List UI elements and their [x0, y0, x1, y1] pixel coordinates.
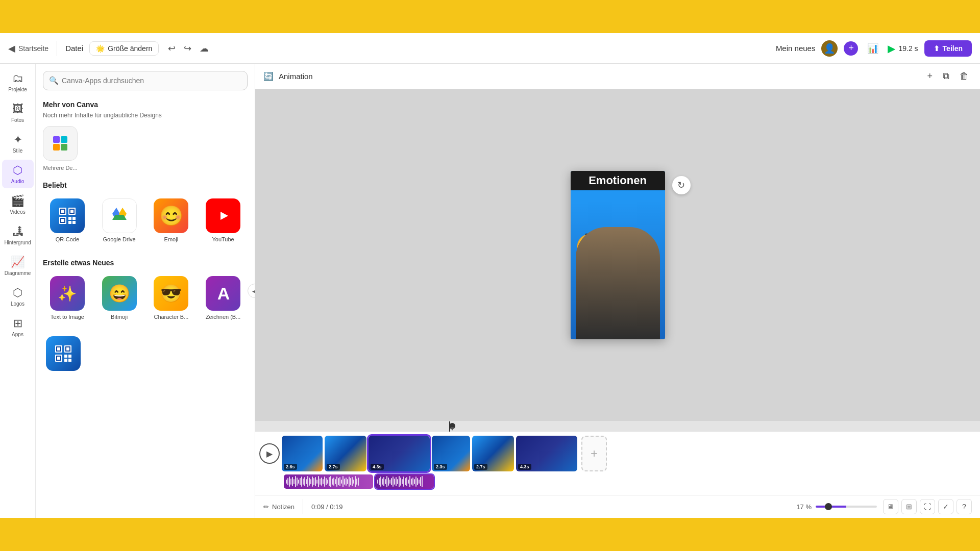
canvas-copy-button[interactable]: ⧉	[940, 68, 952, 85]
app-item-bitmoji[interactable]: 😄 Bitmoji	[95, 272, 144, 324]
svg-rect-30	[57, 347, 60, 350]
clip-6-duration: 4.3s	[518, 464, 531, 470]
qr-bottom-icon	[46, 336, 81, 371]
refresh-button[interactable]: ↻	[672, 176, 691, 194]
groesse-button[interactable]: 🌟 Größe ändern	[89, 41, 159, 56]
app-item-qr-bottom[interactable]	[43, 332, 84, 375]
app-item-zeichnen-b[interactable]: A Zeichnen (B...	[199, 272, 248, 324]
sidebar-item-diagramme[interactable]: 📈 Diagramme	[2, 252, 34, 280]
app-item-character-b[interactable]: 😎 Character B...	[147, 272, 196, 324]
clip-4[interactable]: 2.3s	[432, 436, 470, 471]
timeline-row: ▶ 2.6s 2.7s 4.3s 2.3s 2.7s	[255, 436, 980, 471]
notes-button[interactable]: ✏ Notizen	[263, 503, 295, 511]
app-item-qr-code[interactable]: QR-Code	[43, 194, 92, 246]
grid-view-button[interactable]: ⊞	[901, 499, 917, 514]
sidebar-label-logos: Logos	[11, 301, 24, 307]
zoom-slider[interactable]	[816, 506, 877, 508]
zeichnen-b-icon: A	[206, 276, 240, 311]
sidebar-item-projekte[interactable]: 🗂 Projekte	[2, 68, 34, 96]
clip-3[interactable]: 4.3s	[369, 436, 430, 471]
zoom-percent: 17 %	[796, 503, 812, 511]
sidebar-item-apps[interactable]: ⊞ Apps	[2, 313, 34, 341]
create-new-grid: ✨ Text to Image 😄 Bitmoji 😎 Character B.…	[36, 270, 255, 330]
time-total: 0:19	[330, 503, 342, 511]
redo-button[interactable]: ↪	[181, 40, 194, 57]
app-item-emoji[interactable]: 😊 Emoji	[147, 194, 196, 246]
video-preview[interactable]: Emotionen 🤔	[571, 171, 665, 339]
qr-bottom-section	[36, 330, 255, 381]
notes-icon: ✏	[263, 503, 269, 511]
fotos-icon: 🖼	[12, 103, 23, 116]
gdrive-label: Google Drive	[103, 236, 136, 242]
cloud-save-button[interactable]: ☁	[197, 40, 212, 57]
clip-1[interactable]: 2.6s	[282, 436, 323, 471]
svg-rect-15	[70, 210, 74, 213]
svg-rect-12	[68, 221, 71, 224]
projekte-icon: 🗂	[12, 72, 23, 85]
sidebar-label-audio: Audio	[11, 179, 24, 184]
timeline-section: ▶ 2.6s 2.7s 4.3s 2.3s 2.7s	[255, 431, 980, 495]
back-button[interactable]: ◀ Startseite	[8, 43, 48, 54]
clip-6[interactable]: 4.3s	[516, 436, 577, 471]
yellow-top-bar	[0, 0, 980, 33]
canvas-header: 🔄 Animation + ⧉ 🗑	[255, 64, 980, 89]
yellow-bottom-bar	[0, 518, 980, 551]
add-clip-button[interactable]: +	[581, 436, 607, 471]
sidebar-item-videos[interactable]: 🎬 Videos	[2, 190, 34, 219]
undo-button[interactable]: ↩	[165, 40, 179, 57]
svg-rect-32	[57, 357, 60, 360]
add-collaborator-button[interactable]: +	[844, 41, 858, 56]
svg-rect-26	[64, 355, 67, 358]
project-name: Mein neues	[776, 44, 816, 53]
svg-rect-16	[61, 219, 64, 222]
share-icon: ⬆	[934, 44, 940, 53]
app-item-google-drive[interactable]: Google Drive	[95, 194, 144, 246]
sidebar-item-audio[interactable]: ⬡ Audio	[2, 160, 34, 188]
text-to-image-icon: ✨	[50, 276, 85, 311]
mehr-icon[interactable]	[43, 126, 78, 161]
canvas-add-button[interactable]: +	[924, 68, 936, 85]
play-time-display: ▶ 19.2 s	[888, 42, 918, 55]
time-display: 0:09 / 0:19	[311, 503, 790, 511]
toolbar-divider-1	[57, 41, 57, 56]
undo-redo-group: ↩ ↪ ☁	[165, 40, 212, 57]
app-item-youtube[interactable]: YouTube	[199, 194, 248, 246]
zeichnen-b-label: Zeichnen (B...	[206, 314, 240, 320]
check-button[interactable]: ✓	[938, 499, 953, 514]
popular-grid: QR-Code Google Drive	[36, 192, 255, 253]
audio-track-2[interactable]	[375, 474, 434, 489]
canvas-area: 🔄 Animation + ⧉ 🗑 Emotionen	[255, 64, 980, 518]
desktop-view-button[interactable]: 🖥	[883, 499, 898, 514]
clip-2[interactable]: 2.7s	[325, 436, 366, 471]
time-current: 0:09	[311, 503, 324, 511]
clip-5[interactable]: 2.7s	[472, 436, 514, 471]
analytics-button[interactable]: 📊	[864, 40, 881, 57]
svg-rect-29	[68, 359, 71, 362]
svg-rect-27	[68, 355, 71, 358]
audio-track-1[interactable]	[284, 474, 373, 489]
help-button[interactable]: ?	[957, 499, 972, 514]
sidebar-item-logos[interactable]: ⬡ Logos	[2, 282, 34, 311]
emoji-label: Emoji	[164, 236, 179, 242]
character-b-icon: 😎	[154, 276, 188, 311]
bitmoji-label: Bitmoji	[111, 314, 128, 320]
sidebar-label-diagramme: Diagramme	[5, 270, 31, 276]
popular-title: Beliebt	[36, 175, 255, 192]
app-item-text-to-image[interactable]: ✨ Text to Image	[43, 272, 92, 324]
canvas-delete-button[interactable]: 🗑	[957, 68, 972, 85]
svg-rect-31	[66, 347, 69, 350]
datei-label[interactable]: Datei	[65, 44, 83, 53]
youtube-icon	[206, 198, 240, 233]
share-button[interactable]: ⬆ Teilen	[924, 40, 972, 57]
video-preview-container: Emotionen 🤔 ↻	[571, 171, 665, 339]
sidebar-label-projekte: Projekte	[8, 87, 27, 92]
timeline-play-button[interactable]: ▶	[259, 443, 280, 464]
sidebar-item-fotos[interactable]: 🖼 Fotos	[2, 98, 34, 127]
sidebar-item-hintergrund[interactable]: 🏞 Hintergrund	[2, 221, 34, 249]
search-icon: 🔍	[49, 76, 59, 85]
search-input[interactable]	[43, 71, 248, 90]
emoji-icon: 😊	[154, 198, 188, 233]
zoom-controls: 17 %	[796, 503, 877, 511]
sidebar-item-stile[interactable]: ✦ Stile	[2, 129, 34, 158]
fullscreen-button[interactable]: ⛶	[920, 499, 935, 514]
